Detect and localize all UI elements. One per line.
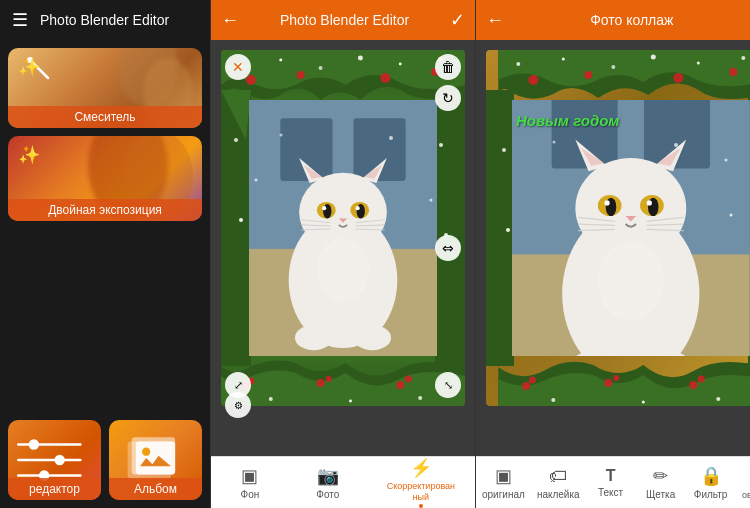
mixer-label: Смеситель [8, 106, 202, 128]
album-card[interactable]: Альбом [109, 420, 202, 500]
svg-point-83 [529, 377, 536, 384]
mid-header: ← Photo Blender Editor ✓ [211, 0, 475, 40]
toolbar-sticker[interactable]: 🏷 наклейка [531, 462, 586, 504]
mixer-card[interactable]: ✨ Смеситель [8, 48, 202, 128]
svg-rect-14 [136, 441, 175, 474]
right-pine-bottom [486, 351, 750, 406]
svg-point-33 [349, 399, 352, 402]
settings-button[interactable]: ⚙ [225, 392, 251, 418]
mid-back-button[interactable]: ← [221, 10, 239, 31]
cat-photo [249, 100, 437, 356]
svg-point-107 [647, 200, 652, 205]
svg-point-21 [279, 59, 282, 62]
svg-point-28 [317, 379, 325, 387]
original-label: оригинал [482, 489, 525, 500]
svg-point-82 [522, 382, 530, 390]
svg-point-52 [322, 206, 326, 210]
toolbar-corrected[interactable]: ⚡ Скорректированный [381, 453, 461, 508]
resize-button[interactable]: ⇔ [435, 235, 461, 261]
svg-point-84 [604, 379, 612, 387]
double-exposure-icon: ✨ [18, 144, 40, 166]
mid-canvas: 🗑 ↻ ✕ ⇔ ⤡ ⤢ ⚙ [211, 40, 475, 456]
right-canvas: Новым годом [476, 40, 750, 456]
left-header: ☰ Photo Blender Editor [0, 0, 210, 40]
background-icon: ▣ [241, 465, 258, 487]
photo-label: Фото [316, 489, 339, 500]
svg-point-72 [528, 75, 538, 85]
toolbar-filter[interactable]: 🔒 Фильтр [686, 461, 736, 504]
svg-point-117 [598, 241, 664, 320]
svg-point-73 [584, 71, 592, 79]
svg-point-77 [562, 58, 565, 61]
left-panel-title: Photo Blender Editor [40, 12, 169, 28]
svg-point-7 [29, 439, 39, 449]
double-exposure-card[interactable]: ✨ Двойная экспозиция [8, 136, 202, 221]
toolbar-photo[interactable]: 📷 Фото [303, 461, 353, 504]
toolbar-background[interactable]: ▣ Фон [225, 461, 275, 504]
hamburger-icon[interactable]: ☰ [12, 9, 28, 31]
overlay-text: Новым годом [516, 112, 750, 129]
menu-cards: ✨ Смеситель ✨ Двойная экспозиция [0, 40, 210, 420]
right-controls: 🗑 ↻ [435, 54, 461, 111]
left-top-controls: ✕ [225, 54, 251, 80]
overlay-label: оверле... [742, 490, 750, 500]
svg-point-79 [651, 55, 656, 60]
editor-card[interactable]: редактор [8, 420, 101, 500]
sticker-icon: 🏷 [549, 466, 567, 487]
right-header: ← Фото коллаж ☰ [476, 0, 750, 40]
right-toolbar: ▣ оригинал 🏷 наклейка T Текст ✏ Щетка 🔒 … [476, 456, 750, 508]
svg-point-81 [741, 56, 745, 60]
svg-point-17 [297, 71, 305, 79]
text-icon: T [606, 467, 616, 485]
photo-frame [221, 50, 465, 406]
svg-point-22 [319, 66, 323, 70]
close-button[interactable]: ✕ [225, 54, 251, 80]
frame-pine-top [221, 50, 465, 105]
svg-point-53 [356, 206, 360, 210]
photo-icon: 📷 [317, 465, 339, 487]
right-pine-left [486, 90, 514, 366]
corner-resize-button[interactable]: ⤡ [435, 372, 461, 398]
toolbar-brush[interactable]: ✏ Щетка [636, 461, 686, 504]
right-photo-frame: Новым годом [486, 50, 750, 406]
toolbar-text[interactable]: T Текст [586, 463, 636, 502]
left-panel: ☰ Photo Blender Editor ✨ Смеситель [0, 0, 210, 508]
svg-point-80 [697, 62, 700, 65]
delete-button[interactable]: 🗑 [435, 54, 461, 80]
svg-point-62 [353, 325, 391, 350]
bottom-right-ctrl: ⤡ [435, 372, 461, 398]
rotate-button[interactable]: ↻ [435, 85, 461, 111]
album-label: Альбом [109, 478, 202, 500]
frame-pine-right [435, 90, 465, 366]
mid-panel: ← Photo Blender Editor ✓ [210, 0, 475, 508]
svg-point-88 [551, 398, 555, 402]
sticker-label: наклейка [537, 489, 580, 500]
svg-rect-36 [435, 90, 465, 366]
svg-point-23 [358, 56, 363, 61]
svg-point-89 [642, 401, 645, 404]
svg-point-75 [729, 68, 737, 76]
active-indicator [419, 504, 423, 508]
text-label: Текст [598, 487, 623, 498]
original-icon: ▣ [495, 465, 512, 487]
filter-icon: 🔒 [700, 465, 722, 487]
svg-point-63 [317, 238, 369, 301]
corrected-icon: ⚡ [410, 457, 432, 479]
mid-header-title: Photo Blender Editor [280, 12, 409, 28]
svg-point-74 [673, 73, 683, 83]
right-back-button[interactable]: ← [486, 10, 504, 31]
frame-pine-left [221, 90, 251, 366]
svg-point-32 [269, 397, 273, 401]
mid-toolbar: ▣ Фон 📷 Фото ⚡ Скорректированный [211, 456, 475, 508]
double-exposure-label: Двойная экспозиция [8, 199, 202, 221]
toolbar-original[interactable]: ▣ оригинал [476, 461, 531, 504]
right-panel: ← Фото коллаж ☰ [475, 0, 750, 508]
mid-right-controls: ⇔ [435, 235, 461, 261]
svg-point-90 [716, 397, 720, 401]
brush-label: Щетка [646, 489, 675, 500]
toolbar-overlay[interactable]: ⊕ оверле... [736, 462, 750, 504]
mid-confirm-button[interactable]: ✓ [450, 9, 465, 31]
very-bottom-ctrl: ⚙ [225, 392, 251, 418]
svg-point-85 [613, 375, 619, 381]
svg-point-31 [405, 376, 412, 383]
